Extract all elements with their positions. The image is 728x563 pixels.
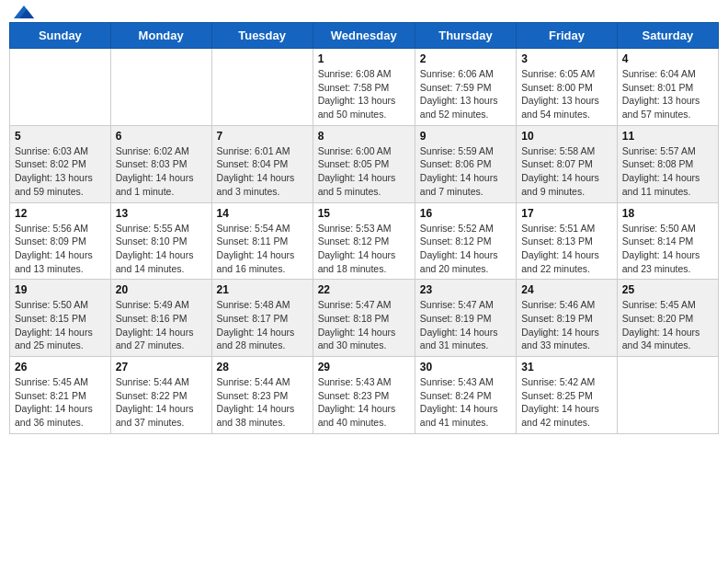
day-number: 24 [521,283,612,296]
calendar-cell: 23Sunrise: 5:47 AM Sunset: 8:19 PM Dayli… [415,280,516,357]
cell-content: Sunrise: 5:44 AM Sunset: 8:23 PM Dayligh… [217,375,308,430]
cell-content: Sunrise: 5:45 AM Sunset: 8:21 PM Dayligh… [15,375,106,430]
calendar-cell: 30Sunrise: 5:43 AM Sunset: 8:24 PM Dayli… [415,357,516,434]
weekday-header-saturday: Saturday [617,23,718,49]
calendar-cell: 28Sunrise: 5:44 AM Sunset: 8:23 PM Dayli… [211,357,313,434]
cell-content: Sunrise: 5:44 AM Sunset: 8:22 PM Dayligh… [116,375,207,430]
day-number: 22 [318,283,410,296]
day-number: 29 [318,361,410,373]
cell-content: Sunrise: 6:06 AM Sunset: 7:59 PM Dayligh… [420,67,511,121]
weekday-header-friday: Friday [517,23,618,49]
day-number: 10 [521,130,612,143]
calendar-cell: 27Sunrise: 5:44 AM Sunset: 8:22 PM Dayli… [110,357,211,434]
calendar-cell: 25Sunrise: 5:45 AM Sunset: 8:20 PM Dayli… [617,280,718,357]
day-number: 11 [622,130,713,143]
day-number: 15 [318,207,410,220]
day-number: 20 [116,283,207,296]
cell-content: Sunrise: 5:51 AM Sunset: 8:13 PM Dayligh… [521,222,612,276]
calendar-cell: 8Sunrise: 6:00 AM Sunset: 8:05 PM Daylig… [313,125,415,202]
day-number: 9 [420,130,511,143]
cell-content: Sunrise: 5:46 AM Sunset: 8:19 PM Dayligh… [521,298,612,352]
day-number: 25 [622,283,713,296]
calendar-cell: 17Sunrise: 5:51 AM Sunset: 8:13 PM Dayli… [517,202,618,280]
logo-icon [14,6,34,20]
cell-content: Sunrise: 5:52 AM Sunset: 8:12 PM Dayligh… [420,222,511,276]
day-number: 7 [217,130,308,143]
cell-content: Sunrise: 5:47 AM Sunset: 8:19 PM Dayligh… [420,298,511,352]
calendar-cell: 2Sunrise: 6:06 AM Sunset: 7:59 PM Daylig… [415,49,516,126]
calendar-week-row: 5Sunrise: 6:03 AM Sunset: 8:02 PM Daylig… [10,125,719,202]
weekday-header-monday: Monday [110,23,211,49]
calendar-cell: 14Sunrise: 5:54 AM Sunset: 8:11 PM Dayli… [211,202,313,280]
cell-content: Sunrise: 5:43 AM Sunset: 8:24 PM Dayligh… [420,375,511,430]
calendar-week-row: 19Sunrise: 5:50 AM Sunset: 8:15 PM Dayli… [10,280,719,357]
calendar-cell: 9Sunrise: 5:59 AM Sunset: 8:06 PM Daylig… [415,125,516,202]
day-number: 30 [420,361,511,373]
day-number: 13 [116,207,207,220]
calendar-cell: 20Sunrise: 5:49 AM Sunset: 8:16 PM Dayli… [110,280,211,357]
calendar-cell: 7Sunrise: 6:01 AM Sunset: 8:04 PM Daylig… [211,125,313,202]
calendar-cell: 16Sunrise: 5:52 AM Sunset: 8:12 PM Dayli… [415,202,516,280]
cell-content: Sunrise: 6:05 AM Sunset: 8:00 PM Dayligh… [521,67,612,121]
cell-content: Sunrise: 6:00 AM Sunset: 8:05 PM Dayligh… [318,144,410,199]
day-number: 26 [15,361,106,373]
calendar-cell: 1Sunrise: 6:08 AM Sunset: 7:58 PM Daylig… [313,49,415,126]
cell-content: Sunrise: 5:53 AM Sunset: 8:12 PM Dayligh… [318,222,410,276]
cell-content: Sunrise: 5:50 AM Sunset: 8:15 PM Dayligh… [15,298,106,352]
logo [13,9,34,17]
cell-content: Sunrise: 6:04 AM Sunset: 8:01 PM Dayligh… [622,67,713,121]
calendar-cell: 19Sunrise: 5:50 AM Sunset: 8:15 PM Dayli… [10,280,111,357]
day-number: 27 [116,361,207,373]
calendar-cell: 31Sunrise: 5:42 AM Sunset: 8:25 PM Dayli… [517,357,618,434]
calendar-cell: 3Sunrise: 6:05 AM Sunset: 8:00 PM Daylig… [517,49,618,126]
cell-content: Sunrise: 6:08 AM Sunset: 7:58 PM Dayligh… [318,67,410,121]
weekday-header-wednesday: Wednesday [313,23,415,49]
cell-content: Sunrise: 5:42 AM Sunset: 8:25 PM Dayligh… [521,375,612,430]
day-number: 6 [116,130,207,143]
calendar-cell [110,49,211,126]
cell-content: Sunrise: 5:50 AM Sunset: 8:14 PM Dayligh… [622,222,713,276]
day-number: 18 [622,207,713,220]
cell-content: Sunrise: 5:54 AM Sunset: 8:11 PM Dayligh… [217,222,308,276]
day-number: 3 [521,52,612,65]
day-number: 8 [318,130,410,143]
day-number: 19 [15,283,106,296]
day-number: 2 [420,52,511,65]
day-number: 21 [217,283,308,296]
calendar-cell: 21Sunrise: 5:48 AM Sunset: 8:17 PM Dayli… [211,280,313,357]
cell-content: Sunrise: 5:56 AM Sunset: 8:09 PM Dayligh… [15,222,106,276]
cell-content: Sunrise: 6:01 AM Sunset: 8:04 PM Dayligh… [217,144,308,199]
day-number: 4 [622,52,713,65]
calendar-cell: 5Sunrise: 6:03 AM Sunset: 8:02 PM Daylig… [10,125,111,202]
calendar-cell: 26Sunrise: 5:45 AM Sunset: 8:21 PM Dayli… [10,357,111,434]
cell-content: Sunrise: 5:45 AM Sunset: 8:20 PM Dayligh… [622,298,713,352]
calendar-cell [617,357,718,434]
day-number: 31 [521,361,612,373]
weekday-header-sunday: Sunday [10,23,111,49]
day-number: 5 [15,130,106,143]
calendar-cell: 15Sunrise: 5:53 AM Sunset: 8:12 PM Dayli… [313,202,415,280]
day-number: 17 [521,207,612,220]
calendar-cell: 12Sunrise: 5:56 AM Sunset: 8:09 PM Dayli… [10,202,111,280]
calendar-cell [211,49,313,126]
calendar-cell [10,49,111,126]
calendar-cell: 6Sunrise: 6:02 AM Sunset: 8:03 PM Daylig… [110,125,211,202]
cell-content: Sunrise: 5:48 AM Sunset: 8:17 PM Dayligh… [217,298,308,352]
day-number: 1 [318,52,410,65]
calendar-cell: 13Sunrise: 5:55 AM Sunset: 8:10 PM Dayli… [110,202,211,280]
cell-content: Sunrise: 5:59 AM Sunset: 8:06 PM Dayligh… [420,144,511,199]
cell-content: Sunrise: 5:57 AM Sunset: 8:08 PM Dayligh… [622,144,713,199]
cell-content: Sunrise: 6:03 AM Sunset: 8:02 PM Dayligh… [15,144,106,199]
cell-content: Sunrise: 5:58 AM Sunset: 8:07 PM Dayligh… [521,144,612,199]
day-number: 16 [420,207,511,220]
cell-content: Sunrise: 5:49 AM Sunset: 8:16 PM Dayligh… [116,298,207,352]
calendar-week-row: 26Sunrise: 5:45 AM Sunset: 8:21 PM Dayli… [10,357,719,434]
calendar-cell: 24Sunrise: 5:46 AM Sunset: 8:19 PM Dayli… [517,280,618,357]
calendar-cell: 22Sunrise: 5:47 AM Sunset: 8:18 PM Dayli… [313,280,415,357]
calendar-table: SundayMondayTuesdayWednesdayThursdayFrid… [9,22,719,434]
calendar-cell: 4Sunrise: 6:04 AM Sunset: 8:01 PM Daylig… [617,49,718,126]
calendar-cell: 18Sunrise: 5:50 AM Sunset: 8:14 PM Dayli… [617,202,718,280]
weekday-header-tuesday: Tuesday [211,23,313,49]
cell-content: Sunrise: 5:55 AM Sunset: 8:10 PM Dayligh… [116,222,207,276]
page-header [9,9,719,17]
